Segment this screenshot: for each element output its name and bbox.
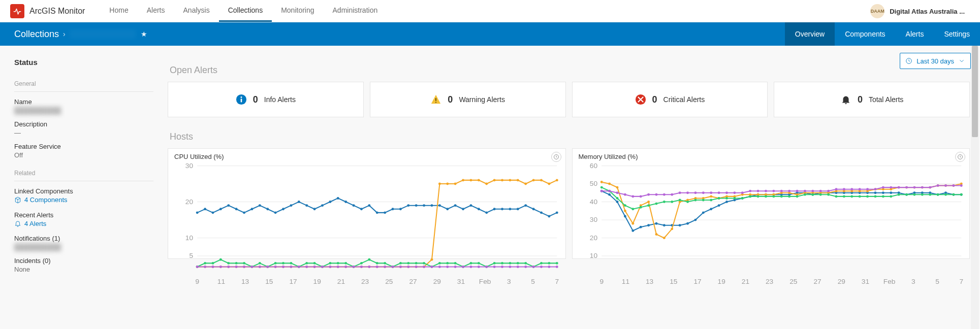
svg-point-360: [733, 197, 736, 200]
favorite-star-icon[interactable]: ★: [141, 30, 147, 38]
svg-point-207: [462, 266, 464, 268]
recent-alerts-link[interactable]: 4 Alerts: [14, 220, 46, 227]
svg-text:11: 11: [217, 278, 225, 285]
chart-panel-0: CPU Utilized (%)510203091113151719212325…: [168, 148, 566, 259]
svg-point-33: [204, 208, 206, 210]
svg-text:29: 29: [837, 278, 845, 285]
description-value: —: [14, 129, 153, 137]
critical-icon: [635, 94, 646, 105]
svg-point-128: [212, 262, 214, 265]
svg-text:7: 7: [959, 278, 963, 285]
svg-point-355: [694, 199, 697, 202]
header-tab-alerts[interactable]: Alerts: [896, 22, 934, 46]
svg-point-123: [540, 179, 543, 181]
warning-alerts-card[interactable]: 0 Warning Alerts: [370, 82, 566, 117]
svg-point-300: [631, 222, 634, 225]
linked-components-link[interactable]: 4 Components: [14, 196, 68, 204]
svg-text:10: 10: [589, 252, 597, 259]
svg-point-149: [376, 262, 378, 265]
svg-point-350: [655, 203, 657, 205]
status-heading: Status: [14, 58, 153, 67]
svg-point-374: [842, 195, 845, 198]
svg-point-411: [764, 190, 767, 192]
time-range-button[interactable]: Last 30 days: [900, 53, 971, 69]
breadcrumb-root[interactable]: Collections: [14, 29, 59, 40]
svg-point-381: [897, 193, 900, 196]
avatar[interactable]: DAAM: [870, 4, 884, 18]
user-name[interactable]: Digital Atlas Australia ...: [890, 8, 965, 15]
svg-point-425: [874, 188, 876, 190]
svg-point-122: [532, 179, 535, 181]
header-tab-components[interactable]: Components: [835, 22, 895, 46]
linked-components-label: Linked Components: [14, 187, 153, 195]
svg-point-49: [329, 201, 331, 203]
svg-point-298: [616, 186, 618, 189]
svg-text:3: 3: [507, 278, 511, 285]
svg-text:13: 13: [646, 278, 653, 285]
info-alerts-card[interactable]: 0 Info Alerts: [168, 82, 364, 117]
svg-text:11: 11: [621, 278, 629, 285]
info-alerts-label: Info Alerts: [264, 95, 296, 104]
svg-point-348: [639, 206, 642, 209]
svg-point-148: [368, 258, 370, 261]
svg-point-141: [313, 262, 316, 265]
critical-alerts-card[interactable]: 0 Critical Alerts: [572, 82, 768, 117]
svg-point-51: [344, 201, 347, 203]
total-alerts-count: 0: [858, 94, 863, 105]
svg-point-378: [874, 195, 876, 198]
nav-tab-alerts[interactable]: Alerts: [138, 0, 174, 22]
svg-point-434: [944, 184, 947, 187]
total-alerts-card[interactable]: 0 Total Alerts: [774, 82, 970, 117]
open-alerts-title: Open Alerts: [170, 65, 970, 76]
svg-point-159: [454, 262, 457, 265]
svg-point-200: [407, 266, 409, 268]
svg-point-119: [509, 179, 511, 181]
svg-point-157: [438, 262, 441, 265]
svg-text:3: 3: [911, 278, 915, 285]
svg-text:17: 17: [289, 278, 297, 285]
scrollbar-thumb[interactable]: [972, 46, 978, 137]
svg-point-75: [532, 208, 535, 210]
nav-tab-monitoring[interactable]: Monitoring: [272, 0, 323, 22]
svg-point-147: [360, 262, 363, 265]
svg-point-372: [827, 193, 830, 196]
svg-point-72: [509, 208, 511, 210]
svg-text:30: 30: [589, 216, 597, 223]
svg-text:31: 31: [861, 278, 869, 285]
svg-point-390: [600, 190, 603, 192]
svg-point-210: [485, 266, 488, 268]
nav-tab-administration[interactable]: Administration: [324, 0, 387, 22]
svg-point-154: [415, 262, 418, 265]
notifications-label: Notifications (1): [14, 235, 153, 242]
nav-tab-home[interactable]: Home: [100, 0, 137, 22]
svg-point-430: [913, 186, 915, 189]
svg-point-45: [298, 201, 300, 203]
header-tab-settings[interactable]: Settings: [934, 22, 980, 46]
svg-point-218: [548, 266, 550, 268]
svg-point-259: [678, 224, 681, 226]
chart-time-button[interactable]: [551, 152, 561, 162]
svg-point-145: [344, 262, 347, 265]
svg-point-175: [212, 266, 214, 268]
svg-point-379: [881, 195, 884, 198]
chart-time-button[interactable]: [955, 152, 965, 162]
svg-text:23: 23: [361, 278, 369, 285]
nav-tab-collections[interactable]: Collections: [219, 0, 272, 22]
svg-point-423: [858, 188, 861, 190]
recent-alerts-link-text: 4 Alerts: [24, 220, 46, 227]
vertical-scrollbar[interactable]: [971, 46, 979, 329]
svg-point-343: [600, 186, 603, 189]
svg-point-265: [725, 201, 728, 203]
svg-point-375: [850, 195, 853, 198]
nav-tab-analysis[interactable]: Analysis: [174, 0, 219, 22]
svg-point-117: [493, 179, 496, 181]
svg-point-113: [462, 179, 464, 181]
svg-text:60: 60: [589, 163, 597, 170]
header-tab-overview[interactable]: Overview: [785, 22, 835, 46]
svg-text:19: 19: [717, 278, 725, 285]
svg-point-152: [399, 262, 402, 265]
svg-point-252: [623, 215, 626, 218]
svg-text:31: 31: [457, 278, 465, 285]
svg-point-363: [756, 195, 759, 198]
svg-point-194: [360, 266, 363, 268]
